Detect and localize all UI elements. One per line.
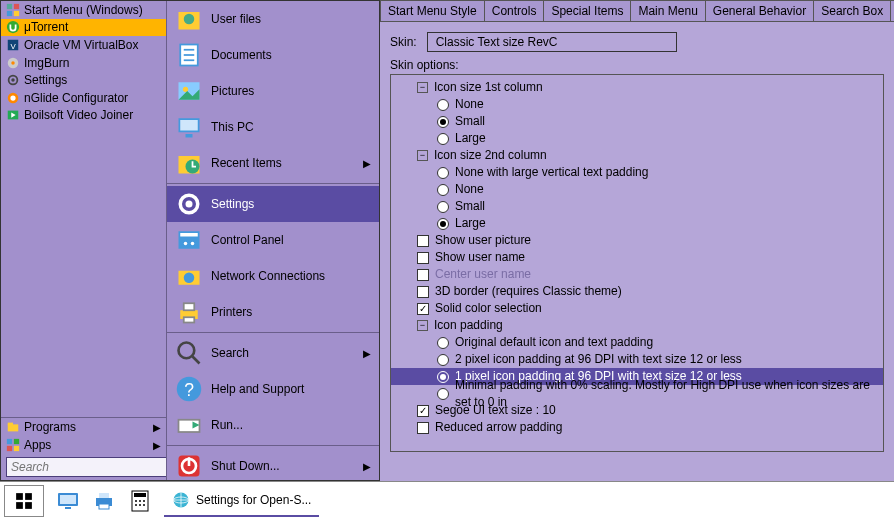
skin-option-row[interactable]: −Icon size 2nd column <box>391 147 883 164</box>
start-right-item[interactable]: Network Connections <box>167 258 379 294</box>
skin-option-row[interactable]: None <box>391 181 883 198</box>
tree-toggle-icon[interactable]: − <box>417 320 428 331</box>
checkbox[interactable] <box>417 405 429 417</box>
start-right-item[interactable]: Recent Items▶ <box>167 145 379 181</box>
radio-button[interactable] <box>437 371 449 383</box>
svg-rect-47 <box>184 317 195 322</box>
start-left-bottom-item[interactable]: Programs▶ <box>1 418 166 436</box>
settings-tab[interactable]: Search Box <box>813 0 891 21</box>
radio-button[interactable] <box>437 167 449 179</box>
start-left-item-label: Settings <box>24 73 67 87</box>
skin-option-row[interactable]: Small <box>391 113 883 130</box>
radio-button[interactable] <box>437 116 449 128</box>
checkbox[interactable] <box>417 235 429 247</box>
start-right-item[interactable]: Run... <box>167 407 379 443</box>
skin-option-row[interactable]: Show user name <box>391 249 883 266</box>
skin-option-row[interactable]: Reduced arrow padding <box>391 419 883 436</box>
start-left-item[interactable]: μTorrent <box>1 19 166 37</box>
skin-option-row[interactable]: None <box>391 96 883 113</box>
checkbox[interactable] <box>417 269 429 281</box>
start-left-item[interactable]: Settings <box>1 71 166 89</box>
radio-button[interactable] <box>437 388 449 400</box>
radio-button[interactable] <box>437 337 449 349</box>
svg-point-8 <box>11 61 15 65</box>
tree-toggle-icon[interactable]: − <box>417 150 428 161</box>
skin-option-row[interactable]: Large <box>391 130 883 147</box>
skin-option-row[interactable]: Large <box>391 215 883 232</box>
skin-option-row[interactable]: 2 pixel icon padding at 96 DPI with text… <box>391 351 883 368</box>
chevron-right-icon: ▶ <box>363 461 371 472</box>
taskbar-icon-printer[interactable] <box>92 489 116 513</box>
start-right-item[interactable]: Printers <box>167 294 379 330</box>
radio-button[interactable] <box>437 218 449 230</box>
start-right-item-label: Control Panel <box>211 233 284 247</box>
svg-rect-16 <box>8 423 13 426</box>
start-right-item[interactable]: ?Help and Support <box>167 371 379 407</box>
chevron-right-icon: ▶ <box>153 440 161 451</box>
radio-button[interactable] <box>437 99 449 111</box>
start-left-item[interactable]: ImgBurn <box>1 54 166 72</box>
start-left-item[interactable]: VOracle VM VirtualBox <box>1 36 166 54</box>
start-left-bottom-item[interactable]: Apps▶ <box>1 436 166 454</box>
skin-option-label: Icon size 1st column <box>434 79 543 96</box>
search-icon <box>175 339 203 367</box>
settings-tab[interactable]: Main Menu <box>630 0 705 21</box>
checkbox[interactable] <box>417 286 429 298</box>
start-right-item[interactable]: User files <box>167 1 379 37</box>
skin-option-row[interactable]: −Icon size 1st column <box>391 79 883 96</box>
svg-point-44 <box>184 273 195 284</box>
skin-option-label: Large <box>455 215 486 232</box>
start-right-item[interactable]: Search▶ <box>167 335 379 371</box>
radio-button[interactable] <box>437 354 449 366</box>
skin-option-row[interactable]: Minimal padding with 0% scaling. Mostly … <box>391 385 883 402</box>
start-left-item-label: μTorrent <box>24 20 68 34</box>
settings-tab[interactable]: Menu <box>890 0 894 21</box>
checkbox[interactable] <box>417 422 429 434</box>
skin-option-row[interactable]: 3D border (requires Classic theme) <box>391 283 883 300</box>
skin-option-row[interactable]: Center user name <box>391 266 883 283</box>
skin-option-row[interactable]: None with large vertical text padding <box>391 164 883 181</box>
svg-rect-34 <box>186 134 193 138</box>
settings-tab[interactable]: Start Menu Style <box>380 0 485 21</box>
taskbar-icon-monitor[interactable] <box>56 489 80 513</box>
start-right-item[interactable]: Documents <box>167 37 379 73</box>
skin-option-row[interactable]: Solid color selection <box>391 300 883 317</box>
skin-label: Skin: <box>390 35 417 49</box>
settings-tab[interactable]: Special Items <box>543 0 631 21</box>
start-button[interactable] <box>4 485 44 517</box>
start-right-item-label: Pictures <box>211 84 254 98</box>
taskbar: Settings for Open-S... <box>0 481 894 519</box>
programs-icon <box>6 420 20 434</box>
skin-option-label: Show user picture <box>435 232 531 249</box>
radio-button[interactable] <box>437 201 449 213</box>
skin-option-row[interactable]: Original default icon and text padding <box>391 334 883 351</box>
start-left-item[interactable]: nGlide Configurator <box>1 89 166 107</box>
settings-tab[interactable]: General Behavior <box>705 0 814 21</box>
start-left-item[interactable]: Boilsoft Video Joiner <box>1 107 166 125</box>
windows-icon <box>6 3 20 17</box>
search-input[interactable] <box>6 457 167 477</box>
skin-option-row[interactable]: Small <box>391 198 883 215</box>
skin-option-label: Original default icon and text padding <box>455 334 653 351</box>
start-right-item[interactable]: This PC <box>167 109 379 145</box>
start-right-item[interactable]: Settings <box>167 186 379 222</box>
start-right-item-label: Shut Down... <box>211 459 280 473</box>
start-left-item[interactable]: Start Menu (Windows) <box>1 1 166 19</box>
checkbox[interactable] <box>417 303 429 315</box>
start-right-item[interactable]: Pictures <box>167 73 379 109</box>
skin-selector[interactable]: Classic Text size RevC <box>427 32 677 52</box>
radio-button[interactable] <box>437 133 449 145</box>
skin-option-row[interactable]: Show user picture <box>391 232 883 249</box>
radio-button[interactable] <box>437 184 449 196</box>
skin-option-row[interactable]: −Icon padding <box>391 317 883 334</box>
tree-toggle-icon[interactable]: − <box>417 82 428 93</box>
taskbar-icon-calculator[interactable] <box>128 489 152 513</box>
checkbox[interactable] <box>417 252 429 264</box>
start-menu: Start Menu (Windows)μTorrentVOracle VM V… <box>0 0 380 481</box>
start-right-item[interactable]: Shut Down...▶ <box>167 448 379 484</box>
svg-rect-59 <box>16 502 23 509</box>
taskbar-task-settings[interactable]: Settings for Open-S... <box>164 485 319 517</box>
start-right-item-label: Run... <box>211 418 243 432</box>
settings-tab[interactable]: Controls <box>484 0 545 21</box>
start-right-item[interactable]: Control Panel <box>167 222 379 258</box>
